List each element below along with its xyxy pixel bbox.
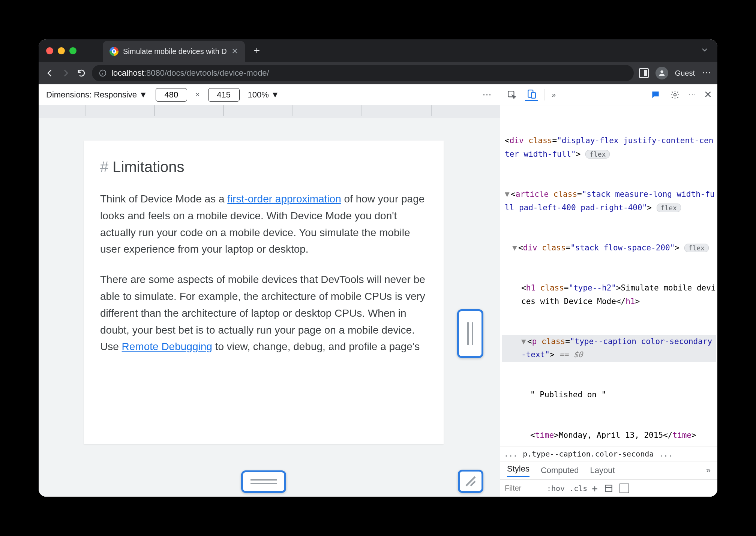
- dimensions-dropdown[interactable]: Dimensions: Responsive ▼: [46, 90, 147, 100]
- toggle-device-toolbar-button[interactable]: [525, 88, 538, 101]
- profile-avatar-icon[interactable]: [656, 67, 668, 79]
- browser-window: Simulate mobile devices with D ✕ + local…: [39, 39, 717, 497]
- toggle-sidebar-icon[interactable]: [620, 484, 629, 493]
- devtools-menu-button[interactable]: ⋮: [688, 91, 697, 99]
- maximize-window-button[interactable]: [69, 47, 76, 54]
- minimize-window-button[interactable]: [58, 47, 65, 54]
- devtools-toolbar: » ⋮ ✕: [500, 84, 717, 105]
- styles-panel: Styles Computed Layout » :hov .cls +: [500, 461, 717, 497]
- breadcrumb-selected[interactable]: p.type--caption.color-seconda: [523, 449, 654, 458]
- breadcrumb-ellipsis[interactable]: ...: [659, 449, 672, 458]
- cls-toggle[interactable]: .cls: [569, 484, 587, 493]
- paragraph: There are some aspects of mobile devices…: [100, 271, 427, 355]
- svg-rect-4: [531, 93, 536, 98]
- window-controls: [46, 47, 76, 54]
- device-viewport-panel: Dimensions: Responsive ▼ × 100% ▼ ⋮ # Li…: [39, 84, 500, 497]
- browser-menu-button[interactable]: ⋮: [702, 69, 711, 78]
- paragraph: Think of Device Mode as a first-order ap…: [100, 191, 427, 258]
- styles-filter-bar: :hov .cls +: [500, 479, 717, 497]
- url-bar: localhost:8080/docs/devtools/device-mode…: [39, 62, 717, 84]
- new-style-rule-button[interactable]: +: [592, 483, 598, 494]
- reload-button[interactable]: [76, 68, 87, 78]
- height-input[interactable]: [208, 88, 240, 102]
- settings-gear-icon[interactable]: [669, 88, 681, 101]
- width-input[interactable]: [156, 88, 187, 102]
- tab-styles[interactable]: Styles: [507, 464, 530, 477]
- close-tab-button[interactable]: ✕: [231, 46, 238, 56]
- tab-title: Simulate mobile devices with D: [123, 47, 227, 56]
- resize-handle-right[interactable]: [457, 309, 483, 358]
- resize-handle-corner[interactable]: [458, 470, 483, 493]
- inspect-element-button[interactable]: [506, 88, 518, 101]
- address-bar[interactable]: localhost:8080/docs/devtools/device-mode…: [92, 65, 634, 81]
- computed-styles-icon[interactable]: [602, 482, 615, 495]
- info-icon: [99, 69, 107, 77]
- close-window-button[interactable]: [46, 47, 53, 54]
- page-heading: # Limitations: [100, 155, 427, 179]
- dom-node-selected[interactable]: ▼<p class="type--caption color-secondary…: [502, 335, 716, 362]
- svg-rect-6: [605, 485, 612, 491]
- anchor-hash-icon: #: [100, 159, 112, 175]
- dimension-separator: ×: [195, 90, 200, 99]
- styles-tabs: Styles Computed Layout »: [500, 461, 717, 479]
- styles-filter-input[interactable]: [505, 484, 542, 493]
- first-order-link[interactable]: first-order approximation: [227, 193, 341, 205]
- more-styles-tabs-button[interactable]: »: [706, 466, 711, 475]
- tab-layout[interactable]: Layout: [590, 466, 615, 475]
- content-area: Dimensions: Responsive ▼ × 100% ▼ ⋮ # Li…: [39, 84, 717, 497]
- feedback-icon[interactable]: [649, 88, 662, 101]
- toolbar-right: Guest ⋮: [639, 67, 711, 79]
- simulated-viewport: # Limitations Think of Device Mode as a …: [39, 118, 500, 497]
- elements-breadcrumb[interactable]: ... p.type--caption.color-seconda ...: [500, 446, 717, 461]
- more-tabs-button[interactable]: »: [552, 90, 556, 99]
- back-button[interactable]: [45, 68, 55, 78]
- dom-node[interactable]: ▼<div class="stack flow-space-200"> flex: [502, 241, 716, 255]
- forward-button[interactable]: [60, 68, 71, 78]
- resize-handle-bottom[interactable]: [241, 470, 286, 493]
- svg-point-1: [660, 70, 663, 73]
- remote-debugging-link[interactable]: Remote Debugging: [122, 341, 212, 352]
- dom-text-node[interactable]: " Published on ": [502, 388, 716, 402]
- devtools-panel: » ⋮ ✕ <div class="display-flex justify-c…: [500, 84, 717, 497]
- media-query-ruler[interactable]: [39, 105, 500, 118]
- sidepanel-icon[interactable]: [639, 68, 649, 78]
- dom-node[interactable]: <div class="display-flex justify-content…: [502, 134, 716, 161]
- url-text: localhost:8080/docs/devtools/device-mode…: [111, 68, 269, 78]
- titlebar: Simulate mobile devices with D ✕ +: [39, 39, 717, 62]
- zoom-dropdown[interactable]: 100% ▼: [248, 90, 279, 100]
- page-content[interactable]: # Limitations Think of Device Mode as a …: [84, 141, 444, 444]
- collapse-tabs-icon[interactable]: [700, 45, 709, 56]
- dropdown-arrow-icon: ▼: [271, 90, 279, 100]
- breadcrumb-ellipsis[interactable]: ...: [504, 449, 518, 458]
- browser-tab[interactable]: Simulate mobile devices with D ✕: [103, 41, 245, 62]
- profile-label: Guest: [675, 69, 695, 78]
- device-toolbar: Dimensions: Responsive ▼ × 100% ▼ ⋮: [39, 84, 500, 105]
- chrome-favicon-icon: [110, 47, 118, 56]
- tab-computed[interactable]: Computed: [541, 466, 579, 475]
- new-tab-button[interactable]: +: [254, 45, 260, 57]
- hov-toggle[interactable]: :hov: [547, 484, 565, 493]
- elements-tree[interactable]: <div class="display-flex justify-content…: [500, 105, 717, 446]
- dom-node[interactable]: ▼<article class="stack measure-long widt…: [502, 188, 716, 214]
- svg-point-5: [674, 93, 676, 96]
- dom-node[interactable]: <h1 class="type--h2">Simulate mobile dev…: [502, 281, 716, 308]
- dom-node[interactable]: <time>Monday, April 13, 2015</time>: [502, 429, 716, 442]
- close-devtools-button[interactable]: ✕: [704, 89, 712, 100]
- dropdown-arrow-icon: ▼: [139, 90, 147, 100]
- device-toolbar-menu-button[interactable]: ⋮: [482, 90, 492, 99]
